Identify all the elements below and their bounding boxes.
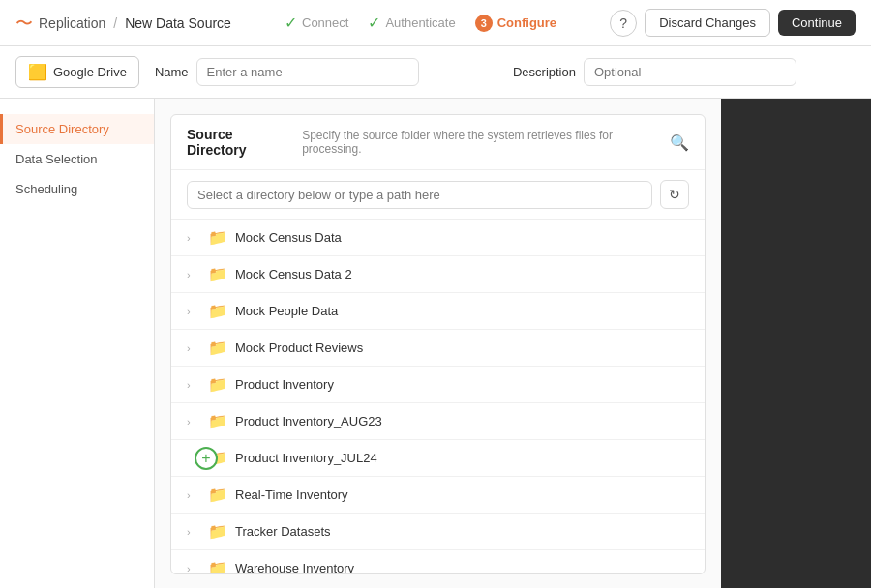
chevron-right-icon: › [187,232,200,244]
description-input[interactable] [584,58,796,86]
panel-title: Source Directory [187,127,294,158]
step-authenticate-label: Authenticate [385,15,455,30]
chevron-right-icon: › [187,563,200,574]
folder-icon: 📁 [208,375,227,394]
folder-icon: 📁 [208,412,227,430]
file-row[interactable]: ›📁Real-Time Inventory [171,477,705,514]
file-row[interactable]: ›📁Product Inventory_AUG23 [171,403,705,440]
folder-icon: 📁 [208,302,227,320]
file-row[interactable]: +📁Product Inventory_JUL24 [171,440,705,477]
folder-icon: 📁 [208,485,227,504]
file-name: Warehouse Inventory [235,561,354,574]
discard-changes-button[interactable]: Discard Changes [645,9,770,37]
step-configure-badge: 3 [475,15,493,32]
file-name: Product Inventory [235,377,334,392]
step-configure: 3 Configure [475,15,556,32]
file-name: Mock Census Data [235,230,342,245]
chevron-right-icon: › [187,416,200,427]
breadcrumb-separator: / [113,15,117,31]
step-authenticate: ✓ Authenticate [368,14,455,32]
page-name: New Data Source [125,15,231,31]
file-row[interactable]: ›📁Mock Census Data [171,220,705,256]
chevron-right-icon: › [187,306,200,317]
file-row[interactable]: ›📁Mock Product Reviews [171,330,705,367]
panel-title-row: Source Directory Specify the source fold… [187,127,670,158]
description-label: Description [513,65,576,79]
step-configure-label: Configure [497,15,556,30]
chevron-right-icon: › [187,269,200,280]
panel-search-icon[interactable]: 🔍 [670,133,689,152]
file-name: Real-Time Inventory [235,487,348,502]
chevron-right-icon: › [187,526,200,538]
file-name: Mock People Data [235,304,338,318]
refresh-button[interactable]: ↻ [660,180,689,209]
folder-icon: 📁 [208,338,227,357]
name-label: Name [155,65,189,79]
help-button[interactable]: ? [610,10,637,37]
folder-icon: 📁 [208,559,227,574]
file-name: Mock Product Reviews [235,340,363,355]
file-name: Product Inventory_JUL24 [235,451,377,465]
sidebar-item-data-selection[interactable]: Data Selection [0,144,154,174]
refresh-icon: ↻ [669,187,680,202]
chevron-right-icon: › [187,489,200,501]
folder-icon: 📁 [208,228,227,247]
google-drive-icon: 🟨 [28,63,47,81]
main-layout: Source Directory Data Selection Scheduli… [0,99,871,588]
directory-input-row: ↻ [171,170,705,220]
sidebar-item-source-directory[interactable]: Source Directory [0,114,154,144]
step-connect-label: Connect [302,15,348,30]
description-field-row: Description [513,58,856,86]
toolbar: 🟨 Google Drive Name Description [0,46,871,99]
panel-description: Specify the source folder where the syst… [302,129,670,156]
sidebar-label-source-directory: Source Directory [15,122,109,136]
expand-plus-icon[interactable]: + [195,447,218,470]
file-row[interactable]: ›📁Warehouse Inventory [171,550,705,574]
name-field-row: Name [155,58,497,86]
directory-input[interactable] [187,181,652,209]
step-connect: ✓ Connect [285,14,348,32]
top-nav: 〜 Replication / New Data Source ✓ Connec… [0,0,871,46]
file-row[interactable]: ›📁Mock Census Data 2 [171,256,705,293]
nav-actions: ? Discard Changes Continue [610,9,856,37]
folder-icon: 📁 [208,522,227,541]
step-authenticate-check: ✓ [368,14,380,32]
chevron-right-icon: › [187,342,200,354]
sidebar-label-data-selection: Data Selection [15,152,98,166]
continue-button[interactable]: Continue [778,10,856,36]
brand: 〜 Replication / New Data Source [15,12,231,35]
google-drive-button[interactable]: 🟨 Google Drive [15,56,139,88]
file-row[interactable]: ›📁Product Inventory [171,367,705,403]
sidebar-label-scheduling: Scheduling [15,182,77,196]
dark-side-panel [721,99,871,588]
nav-steps: ✓ Connect ✓ Authenticate 3 Configure [243,14,598,32]
content-panel: Source Directory Specify the source fold… [170,114,706,574]
file-row[interactable]: ›📁Tracker Datasets [171,514,705,550]
sidebar: Source Directory Data Selection Scheduli… [0,99,155,588]
file-list: ›📁Mock Census Data›📁Mock Census Data 2›📁… [171,220,705,574]
file-row[interactable]: ›📁Mock People Data [171,293,705,330]
brand-icon: 〜 [15,12,33,35]
step-connect-check: ✓ [285,14,297,32]
content-area: Source Directory Specify the source fold… [155,99,721,588]
sidebar-item-scheduling[interactable]: Scheduling [0,174,154,204]
google-drive-label: Google Drive [53,65,127,79]
app-name: Replication [39,15,105,31]
file-name: Mock Census Data 2 [235,267,352,281]
panel-header: Source Directory Specify the source fold… [171,115,705,170]
file-name: Tracker Datasets [235,524,331,539]
chevron-right-icon: › [187,379,200,391]
folder-icon: 📁 [208,265,227,283]
name-input[interactable] [196,58,419,86]
file-name: Product Inventory_AUG23 [235,414,382,428]
